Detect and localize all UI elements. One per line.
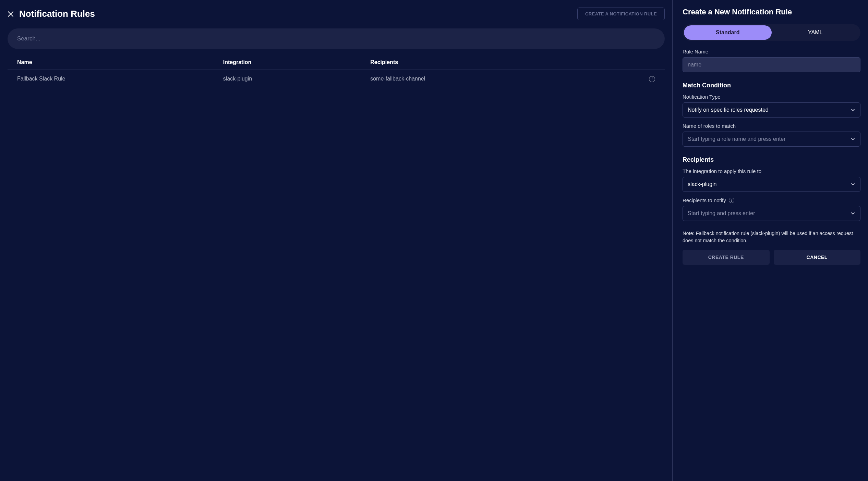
roles-match-placeholder: Start typing a role name and press enter bbox=[688, 136, 786, 142]
rule-name-input[interactable] bbox=[683, 57, 860, 72]
fallback-note: Note: Fallback notification rule (slack-… bbox=[683, 230, 860, 244]
tab-standard[interactable]: Standard bbox=[684, 25, 772, 40]
integration-value: slack-plugin bbox=[688, 181, 716, 187]
col-actions bbox=[587, 56, 665, 70]
match-condition-heading: Match Condition bbox=[683, 82, 860, 89]
col-recipients: Recipients bbox=[361, 56, 587, 70]
mode-toggle: Standard YAML bbox=[683, 24, 860, 41]
close-icon[interactable] bbox=[8, 11, 14, 17]
create-rule-button[interactable]: CREATE RULE bbox=[683, 250, 770, 265]
recipients-notify-input[interactable]: Start typing and press enter bbox=[683, 206, 860, 221]
notification-type-select[interactable]: Notify on specific roles requested bbox=[683, 102, 860, 118]
create-notification-rule-button[interactable]: CREATE A NOTIFICATION RULE bbox=[577, 8, 665, 20]
rules-table: Name Integration Recipients Fallback Sla… bbox=[8, 56, 665, 88]
roles-match-label: Name of roles to match bbox=[683, 123, 860, 129]
search-input[interactable] bbox=[8, 28, 665, 49]
cancel-button[interactable]: CANCEL bbox=[774, 250, 861, 265]
rules-list-panel: Notification Rules CREATE A NOTIFICATION… bbox=[0, 0, 673, 481]
create-rule-panel: Create a New Notification Rule Standard … bbox=[673, 0, 868, 481]
cell-integration: slack-plugin bbox=[214, 70, 361, 88]
panel-title: Create a New Notification Rule bbox=[683, 8, 860, 16]
cell-recipients: some-fallback-channel bbox=[361, 70, 587, 88]
notification-type-label: Notification Type bbox=[683, 94, 860, 100]
col-name: Name bbox=[8, 56, 214, 70]
recipients-notify-label: Recipients to notify bbox=[683, 197, 726, 203]
chevron-down-icon bbox=[851, 108, 855, 112]
recipients-heading: Recipients bbox=[683, 156, 860, 163]
info-icon[interactable]: i bbox=[729, 198, 734, 203]
roles-match-input[interactable]: Start typing a role name and press enter bbox=[683, 132, 860, 147]
notification-type-value: Notify on specific roles requested bbox=[688, 107, 769, 113]
info-icon[interactable]: i bbox=[649, 76, 655, 82]
page-title: Notification Rules bbox=[19, 9, 572, 19]
integration-select[interactable]: slack-plugin bbox=[683, 177, 860, 192]
integration-label: The integration to apply this rule to bbox=[683, 168, 860, 174]
recipients-notify-placeholder: Start typing and press enter bbox=[688, 210, 755, 217]
rule-name-label: Rule Name bbox=[683, 49, 860, 54]
chevron-down-icon bbox=[851, 182, 855, 187]
tab-yaml[interactable]: YAML bbox=[772, 25, 859, 40]
chevron-down-icon bbox=[851, 137, 855, 141]
chevron-down-icon bbox=[851, 211, 855, 216]
cell-name: Fallback Slack Rule bbox=[8, 70, 214, 88]
col-integration: Integration bbox=[214, 56, 361, 70]
table-row[interactable]: Fallback Slack Rule slack-plugin some-fa… bbox=[8, 70, 665, 88]
